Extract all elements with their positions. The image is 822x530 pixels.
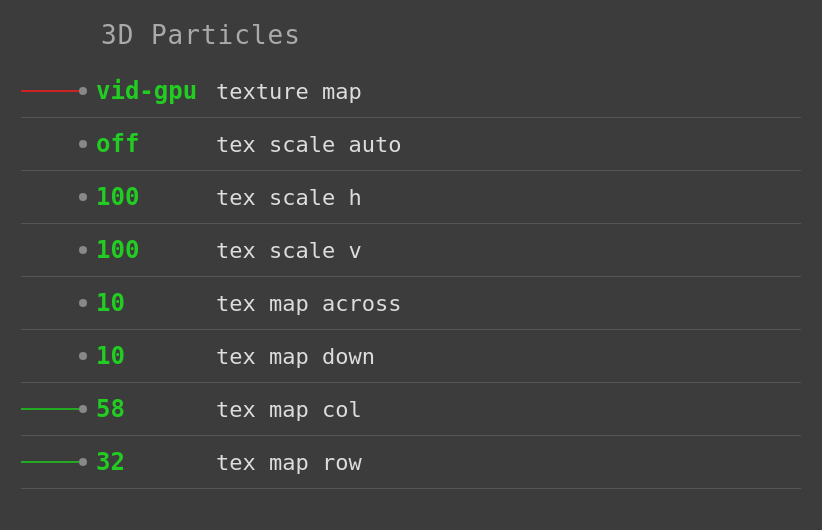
label-texture-map: texture map [201, 79, 801, 104]
row-tex-map-down[interactable]: 10tex map down [21, 330, 801, 383]
connector-tex-scale-v [21, 249, 79, 251]
indicator-tex-map-col [79, 405, 87, 413]
panel-title: 3D Particles [21, 10, 801, 65]
row-tex-map-col[interactable]: 58tex map col [21, 383, 801, 436]
row-tex-map-across[interactable]: 10tex map across [21, 277, 801, 330]
indicator-tex-scale-v [79, 246, 87, 254]
rows-container: vid-gputexture mapofftex scale auto100te… [21, 65, 801, 489]
row-texture-map[interactable]: vid-gputexture map [21, 65, 801, 118]
connector-tex-map-row [21, 461, 79, 463]
indicator-tex-map-row [79, 458, 87, 466]
label-tex-map-across: tex map across [201, 291, 801, 316]
label-tex-scale-auto: tex scale auto [201, 132, 801, 157]
connector-tex-scale-h [21, 196, 79, 198]
main-container: 3D Particles vid-gputexture mapofftex sc… [0, 0, 822, 530]
indicator-tex-scale-auto [79, 140, 87, 148]
label-tex-map-col: tex map col [201, 397, 801, 422]
label-tex-map-down: tex map down [201, 344, 801, 369]
row-tex-scale-h[interactable]: 100tex scale h [21, 171, 801, 224]
indicator-texture-map [79, 87, 87, 95]
connector-tex-map-col [21, 408, 79, 410]
indicator-tex-map-down [79, 352, 87, 360]
row-tex-scale-v[interactable]: 100tex scale v [21, 224, 801, 277]
connector-tex-scale-auto [21, 143, 79, 145]
connector-tex-map-down [21, 355, 79, 357]
3d-particles-panel: 3D Particles vid-gputexture mapofftex sc… [21, 0, 801, 489]
row-tex-map-row[interactable]: 32tex map row [21, 436, 801, 489]
label-tex-scale-h: tex scale h [201, 185, 801, 210]
label-tex-map-row: tex map row [201, 450, 801, 475]
label-tex-scale-v: tex scale v [201, 238, 801, 263]
row-tex-scale-auto[interactable]: offtex scale auto [21, 118, 801, 171]
indicator-tex-scale-h [79, 193, 87, 201]
indicator-tex-map-across [79, 299, 87, 307]
connector-tex-map-across [21, 302, 79, 304]
connector-texture-map [21, 90, 79, 92]
